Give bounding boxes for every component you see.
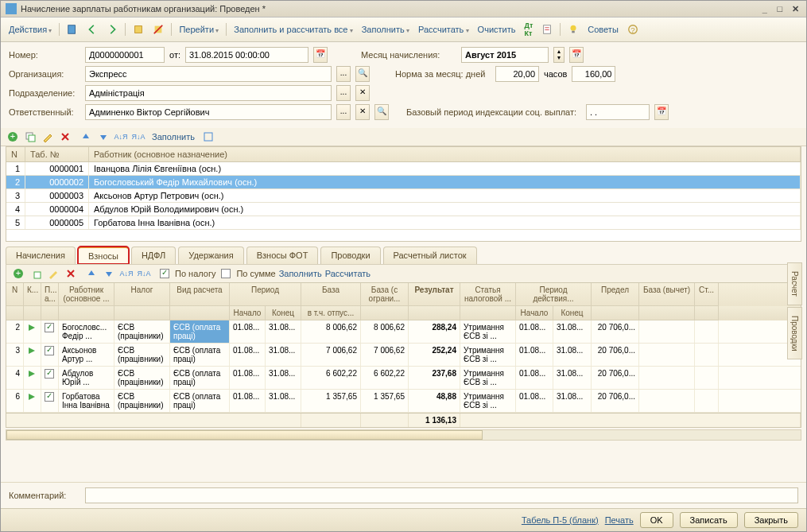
save-button[interactable]: Записать <box>680 512 738 528</box>
col-worker[interactable]: Работник (основное назначение) <box>89 147 801 161</box>
tab-contrib-fot[interactable]: Взносы ФОТ <box>246 247 319 264</box>
calc-menu[interactable]: Рассчитать <box>415 23 472 36</box>
org-select-button[interactable]: ... <box>336 66 351 82</box>
detail-row[interactable]: 2 Богословс... Федір ... ЄСВ (працівники… <box>6 320 801 344</box>
tab-ndfl[interactable]: НДФЛ <box>131 247 176 264</box>
index-calendar-icon[interactable]: 📅 <box>654 104 669 120</box>
dcol-n[interactable]: N <box>6 283 24 306</box>
sort-za-icon[interactable]: Я↓A <box>131 130 145 144</box>
emp-fill-menu[interactable]: Заполнить <box>149 130 198 143</box>
fill-calc-all-button[interactable]: Заполнить и рассчитать все <box>231 23 355 36</box>
dcol-basevac[interactable]: в т.ч. отпус... <box>301 306 361 320</box>
employee-row[interactable]: 10000001Іванцова Лілія Євгеніївна (осн.) <box>6 162 801 176</box>
col-tab[interactable]: Таб. № <box>25 147 89 161</box>
calendar-icon[interactable]: 📅 <box>313 47 328 63</box>
sort-az-icon[interactable]: A↓Я <box>114 130 128 144</box>
dcol-baselim[interactable]: База (с ограни... <box>361 283 409 306</box>
detail-row[interactable]: 4 Абдулов Юрій ... ЄСВ (працівники) ЄСВ … <box>6 367 801 390</box>
side-tab-calc[interactable]: Расчет <box>787 262 802 305</box>
month-calendar-icon[interactable]: 📅 <box>569 47 584 63</box>
detail-hscroll[interactable] <box>6 429 801 441</box>
edit-icon[interactable] <box>41 130 55 144</box>
tab-payslip[interactable]: Расчетный листок <box>383 247 477 264</box>
org-input[interactable] <box>85 66 332 82</box>
post-icon[interactable] <box>130 22 147 37</box>
org-open-button[interactable]: 🔍 <box>355 66 370 82</box>
employee-row[interactable]: 40000004Абдулов Юрій Володимирович (осн.… <box>6 203 801 216</box>
detail-add-icon[interactable]: + <box>11 266 25 281</box>
by-tax-label[interactable]: По налогу <box>175 269 215 278</box>
ok-button[interactable]: OK <box>640 512 673 528</box>
comment-input[interactable] <box>85 487 798 503</box>
resp-select-button[interactable]: ... <box>336 104 351 120</box>
norm-days-input[interactable] <box>495 66 539 82</box>
employee-row[interactable]: 50000005Горбатова Інна Іванівна (осн.) <box>6 216 801 230</box>
dcol-base[interactable]: База <box>301 283 361 306</box>
detail-up-icon[interactable] <box>84 266 99 281</box>
print-link[interactable]: Печать <box>605 515 634 525</box>
dcol-aend[interactable]: Конец <box>553 306 592 320</box>
dcol-result[interactable]: Результат <box>409 283 460 306</box>
tab-deductions[interactable]: Удержания <box>178 247 243 264</box>
by-tax-check-icon[interactable] <box>157 266 172 281</box>
dcol-p[interactable]: П... а... <box>41 283 59 306</box>
by-sum-label[interactable]: По сумме <box>236 269 275 278</box>
clear-button[interactable]: Очистить <box>475 23 519 36</box>
detail-delete-icon[interactable] <box>64 266 78 281</box>
col-n[interactable]: N <box>6 147 25 161</box>
month-spinner[interactable]: ▴▾ <box>553 47 565 63</box>
employee-row[interactable]: 20000002Богословський Федір Михайлович (… <box>6 176 801 189</box>
index-input[interactable] <box>586 104 650 120</box>
dcol-worker[interactable]: Работник (основное ... <box>59 283 114 306</box>
unpost-icon[interactable] <box>149 22 167 37</box>
tabel-link[interactable]: Табель П-5 (бланк) <box>522 515 599 525</box>
hints-icon[interactable] <box>565 22 582 37</box>
detail-down-icon[interactable] <box>102 266 116 281</box>
number-input[interactable] <box>85 47 165 63</box>
norm-hours-input[interactable] <box>572 66 615 82</box>
arrow-right-icon[interactable] <box>103 22 121 37</box>
dt-kt-icon[interactable]: ДтКт <box>521 20 536 39</box>
refresh-icon[interactable] <box>64 22 81 37</box>
tab-contributions[interactable]: Взносы <box>78 247 129 264</box>
close-button[interactable]: ✕ <box>789 4 801 14</box>
resp-open-button[interactable]: 🔍 <box>374 104 389 120</box>
fill-menu[interactable]: Заполнить <box>359 23 413 36</box>
month-input[interactable] <box>461 47 549 63</box>
dcol-end[interactable]: Конец <box>266 306 301 320</box>
actions-menu[interactable]: Действия <box>6 23 55 36</box>
detail-copy-icon[interactable] <box>29 266 43 281</box>
detail-sort-za-icon[interactable]: Я↓A <box>137 266 151 281</box>
dcol-article[interactable]: Статья налоговой ... <box>460 283 516 306</box>
add-icon[interactable]: + <box>6 130 20 144</box>
tab-entries[interactable]: Проводки <box>320 247 380 264</box>
dcol-k[interactable]: К... <box>24 283 41 306</box>
dept-select-button[interactable]: ... <box>336 85 351 101</box>
copy-icon[interactable] <box>23 130 37 144</box>
dcol-period[interactable]: Период <box>230 283 301 306</box>
select-icon[interactable] <box>201 130 215 144</box>
side-tab-entries[interactable]: Проводки <box>787 307 802 360</box>
report-icon[interactable] <box>538 22 556 37</box>
arrow-left-icon[interactable] <box>83 22 101 37</box>
dcol-aperiod[interactable]: Период действия... <box>516 283 592 306</box>
delete-icon[interactable] <box>58 130 72 144</box>
resp-clear-button[interactable]: ✕ <box>355 104 370 120</box>
dcol-start[interactable]: Начало <box>230 306 266 320</box>
close-doc-button[interactable]: Закрыть <box>744 512 798 528</box>
by-sum-check-icon[interactable] <box>219 266 233 281</box>
goto-menu[interactable]: Перейти <box>176 23 222 36</box>
date-input[interactable] <box>185 47 308 63</box>
detail-sort-az-icon[interactable]: A↓Я <box>119 266 134 281</box>
dcol-baseded[interactable]: База (вычет) <box>639 283 695 306</box>
maximize-button[interactable]: □ <box>774 4 786 14</box>
minimize-button[interactable]: _ <box>759 4 771 14</box>
hints-button[interactable]: Советы <box>584 23 621 36</box>
detail-fill-menu[interactable]: Заполнить <box>279 269 322 278</box>
dcol-calctype[interactable]: Вид расчета <box>170 283 230 306</box>
dcol-st[interactable]: Ст... <box>695 283 719 306</box>
detail-row[interactable]: 3 Аксьонов Артур ... ЄСВ (працівники) ЄС… <box>6 344 801 367</box>
detail-calc-menu[interactable]: Рассчитать <box>325 269 371 278</box>
employee-row[interactable]: 30000003Аксьонов Артур Петрович (осн.) <box>6 189 801 203</box>
help-icon[interactable]: ? <box>624 22 642 37</box>
